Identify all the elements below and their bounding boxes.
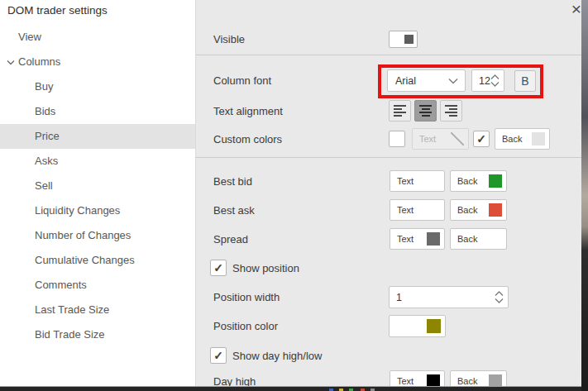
font-family-value: Arial xyxy=(388,75,448,87)
sidebar-item-asks[interactable]: Asks xyxy=(0,149,195,174)
align-right-icon xyxy=(445,105,457,117)
spread-back-button[interactable]: Back xyxy=(450,228,507,250)
visible-label: Visible xyxy=(213,33,245,45)
sidebar-item-bid-trade-size[interactable]: Bid Trade Size xyxy=(0,322,195,347)
check-icon: ✓ xyxy=(476,132,486,145)
best-ask-back-button[interactable]: Back xyxy=(450,199,507,221)
font-size-value: 12 xyxy=(472,75,490,87)
sidebar-item-sell[interactable]: Sell xyxy=(0,174,195,198)
sidebar-item-number-of-changes[interactable]: Number of Changes xyxy=(0,223,195,248)
best-ask-text-button[interactable]: Text xyxy=(390,199,445,221)
color-swatch xyxy=(489,374,502,386)
day-high-back-button[interactable]: Back xyxy=(450,370,507,386)
check-icon: ✓ xyxy=(213,261,223,274)
color-swatch xyxy=(489,203,502,217)
chevron-down-icon[interactable] xyxy=(7,50,15,74)
sidebar-item-columns[interactable]: Columns xyxy=(0,50,195,74)
align-center-icon xyxy=(419,105,432,117)
color-button-label: Back xyxy=(495,134,532,144)
font-size-stepper[interactable]: 12 xyxy=(471,69,504,92)
color-button-label: Back xyxy=(451,376,489,386)
color-swatch xyxy=(427,374,440,386)
close-icon[interactable]: × xyxy=(566,0,581,20)
background-window-strip xyxy=(581,0,588,391)
sidebar-item-label: Price xyxy=(35,130,60,142)
sidebar-item-label: Liquidity Changes xyxy=(35,204,120,217)
sidebar-item-label: Sell xyxy=(35,179,53,192)
divider xyxy=(196,55,581,55)
color-button-label: Text xyxy=(390,234,427,244)
dialog-title: DOM trader settings xyxy=(7,4,108,17)
align-left-button[interactable] xyxy=(389,100,411,122)
color-button-label: Back xyxy=(451,176,489,186)
no-color-slash-icon xyxy=(451,132,464,145)
visible-toggle[interactable] xyxy=(389,31,418,48)
stepper-arrows-icon[interactable] xyxy=(490,74,504,87)
sidebar-item-cumulative-changes[interactable]: Cumulative Changes xyxy=(0,248,195,273)
sidebar-item-buy[interactable]: Buy xyxy=(0,74,195,99)
best-bid-label: Best bid xyxy=(213,175,252,188)
spread-label: Spread xyxy=(213,233,248,246)
position-width-label: Position width xyxy=(213,291,280,303)
day-high-text-button[interactable]: Text xyxy=(390,370,445,386)
custom-colors-label: Custom colors xyxy=(213,133,282,145)
sidebar-item-liquidity-changes[interactable]: Liquidity Changes xyxy=(0,198,195,223)
text-alignment-label: Text alignment xyxy=(213,105,283,117)
sidebar-item-label: Columns xyxy=(18,55,60,68)
position-width-stepper[interactable]: 1 xyxy=(389,286,509,308)
show-position-label: Show position xyxy=(232,262,299,274)
sidebar-item-label: Bids xyxy=(35,105,55,117)
align-right-button[interactable] xyxy=(440,100,462,122)
sidebar-item-bids[interactable]: Bids xyxy=(0,99,195,124)
align-left-icon xyxy=(394,105,406,117)
sidebar-item-label: Buy xyxy=(35,80,53,93)
color-button-label: Text xyxy=(390,376,427,386)
settings-panel: × Visible Column font Arial 12 B Text al… xyxy=(196,0,581,386)
align-center-button[interactable] xyxy=(414,100,437,122)
sidebar-item-label: Bid Trade Size xyxy=(35,328,105,341)
best-bid-text-button[interactable]: Text xyxy=(390,170,445,192)
position-color-label: Position color xyxy=(213,320,278,332)
dom-trader-settings-dialog: DOM trader settings ViewColumnsBuyBidsPr… xyxy=(0,0,588,391)
sidebar-item-label: Comments xyxy=(35,279,87,291)
chevron-down-icon xyxy=(448,78,465,84)
sidebar-item-label: Cumulative Changes xyxy=(35,254,135,266)
sidebar-item-last-trade-size[interactable]: Last Trade Size xyxy=(0,298,195,322)
sidebar-item-label: Last Trade Size xyxy=(35,303,109,316)
custom-back-color-button[interactable]: Back xyxy=(495,128,550,150)
color-swatch xyxy=(427,232,440,246)
sidebar-item-label: View xyxy=(18,31,41,43)
show-position-checkbox[interactable]: ✓ xyxy=(210,260,227,276)
spread-text-button[interactable]: Text xyxy=(390,228,445,250)
sidebar-tree: ViewColumnsBuyBidsPriceAsksSellLiquidity… xyxy=(0,25,195,347)
color-button-label: Back xyxy=(451,234,506,244)
color-swatch xyxy=(427,319,441,333)
position-width-value: 1 xyxy=(390,292,495,303)
color-button-label: Text xyxy=(413,134,451,144)
custom-text-color-button: Text xyxy=(412,128,469,150)
show-day-high-low-label: Show day high/low xyxy=(232,350,322,362)
settings-sidebar: DOM trader settings ViewColumnsBuyBidsPr… xyxy=(0,0,196,386)
check-icon: ✓ xyxy=(213,349,223,362)
font-family-select[interactable]: Arial xyxy=(387,69,466,92)
best-ask-label: Best ask xyxy=(213,204,255,217)
color-button-label: Text xyxy=(390,176,444,186)
sidebar-item-comments[interactable]: Comments xyxy=(0,273,195,298)
custom-back-checkbox[interactable]: ✓ xyxy=(473,131,490,147)
show-day-high-low-checkbox[interactable]: ✓ xyxy=(210,347,227,364)
position-color-button[interactable] xyxy=(389,315,446,337)
column-font-label: Column font xyxy=(213,74,271,87)
sidebar-item-label: Asks xyxy=(35,155,58,167)
bold-button[interactable]: B xyxy=(514,70,536,92)
sidebar-item-price[interactable]: Price xyxy=(0,124,195,149)
color-swatch xyxy=(532,132,545,145)
color-button-label: Text xyxy=(390,205,444,215)
sidebar-item-view[interactable]: View xyxy=(0,25,195,50)
toggle-knob-icon xyxy=(404,35,414,44)
stepper-arrows-icon[interactable] xyxy=(495,291,508,303)
best-bid-back-button[interactable]: Back xyxy=(450,170,507,192)
day-high-label: Day high xyxy=(213,375,256,386)
color-swatch xyxy=(489,174,502,188)
background-bottom-strip xyxy=(0,386,581,391)
custom-text-checkbox[interactable] xyxy=(389,131,405,147)
